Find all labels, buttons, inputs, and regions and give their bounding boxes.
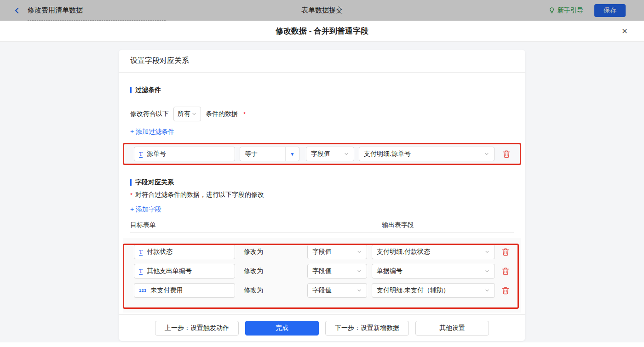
mapping-table-header: 目标表单 输出表字段 (130, 221, 514, 228)
page-title: 表单数据提交 (0, 6, 644, 15)
filter-value-type-select[interactable]: 字段值 (306, 147, 354, 161)
target-field-value: 付款状态 (147, 248, 172, 256)
output-field-value: 支付明细.付款状态 (377, 248, 430, 256)
delete-row-button[interactable] (501, 286, 510, 295)
target-field-input[interactable]: T 其他支出单编号 (134, 264, 235, 279)
add-filter-condition-link[interactable]: + 添加过滤条件 (130, 128, 174, 135)
text-field-icon: T (139, 151, 143, 158)
chevron-down-icon (356, 249, 362, 255)
target-field-input[interactable]: 123 未支付费用 (134, 283, 235, 298)
column-target-form: 目标表单 (130, 221, 156, 228)
dialog-header: 修改数据 - 合并到普通字段 × (0, 21, 644, 42)
required-mark: * (243, 111, 246, 118)
table-header-divider (130, 232, 514, 233)
mapping-note: * 对符合过滤条件的数据，进行以下字段的修改 (130, 191, 514, 199)
delete-row-button[interactable] (501, 267, 510, 275)
mapping-section-title: 字段对应关系 (130, 179, 514, 186)
dialog-title: 修改数据 - 合并到普通字段 (276, 26, 368, 36)
filter-field-input[interactable]: T 源单号 (134, 147, 235, 161)
filter-field-value: 源单号 (147, 150, 166, 158)
section-accent-bar (130, 87, 132, 93)
column-output-field: 输出表字段 (382, 221, 414, 229)
save-button[interactable]: 保存 (594, 4, 626, 17)
text-field-icon: T (139, 268, 143, 275)
output-field-select[interactable]: 支付明细.付款状态 (372, 245, 495, 259)
match-prefix-label: 修改符合以下 (130, 110, 169, 118)
filter-section-title: 过滤条件 (130, 86, 514, 94)
value-type: 字段值 (312, 286, 332, 295)
modify-label: 修改为 (244, 286, 263, 295)
output-field-value: 支付明细.未支付（辅助） (377, 286, 449, 295)
other-settings-button[interactable]: 其他设置 (415, 321, 489, 336)
mapping-row: T 付款状态 修改为 字段值 支付明细.付款状态 (123, 245, 521, 259)
match-mode-value: 所有 (178, 110, 190, 118)
chevron-down-icon (484, 288, 490, 293)
topbar: 修改费用清单数据 表单数据提交 新手引导 保存 (0, 0, 644, 21)
match-suffix-label: 条件的数据 (206, 110, 238, 118)
modify-label: 修改为 (244, 248, 263, 256)
filter-value-type: 字段值 (311, 150, 330, 158)
operator-select[interactable]: 等于 ▼ (240, 147, 299, 161)
chevron-down-icon (484, 268, 490, 274)
prev-step-button[interactable]: 上一步：设置触发动作 (155, 321, 239, 336)
close-icon[interactable]: × (618, 25, 631, 38)
value-type: 字段值 (312, 248, 332, 256)
delete-row-button[interactable] (501, 248, 510, 256)
match-condition-row: 修改符合以下 所有 条件的数据 * (130, 107, 514, 121)
chevron-down-icon (191, 111, 197, 117)
text-field-icon: T (139, 249, 143, 256)
dialog-footer: 上一步：设置触发动作 完成 下一步：设置新增数据 其他设置 (119, 314, 525, 341)
modify-label: 修改为 (244, 267, 263, 275)
beginner-guide-link[interactable]: 新手引导 (548, 6, 583, 15)
match-mode-select[interactable]: 所有 (173, 107, 201, 121)
target-field-value: 未支付费用 (151, 286, 183, 295)
bottom-strip (0, 342, 644, 347)
delete-condition-button[interactable] (502, 150, 511, 158)
filter-value-select[interactable]: 支付明细.源单号 (359, 147, 494, 161)
required-mark: * (130, 192, 132, 199)
mapping-card: 设置字段对应关系 过滤条件 修改符合以下 所有 条件的数据 * + 添加过滤条件… (119, 50, 525, 341)
chevron-down-icon (356, 268, 362, 274)
output-field-select[interactable]: 支付明细.未支付（辅助） (372, 283, 495, 298)
chevron-down-icon (344, 151, 349, 157)
mapping-rows: T 付款状态 修改为 字段值 支付明细.付款状态 (123, 238, 521, 313)
target-field-input[interactable]: T 付款状态 (134, 245, 235, 259)
filter-condition-box: T 源单号 等于 ▼ 字段值 支付明细.源单号 (123, 143, 521, 165)
output-field-value: 单据编号 (377, 267, 402, 275)
chevron-down-icon (484, 151, 489, 157)
lightbulb-icon (548, 7, 555, 14)
caret-down-icon: ▼ (285, 147, 299, 161)
mapping-note-text: 对符合过滤条件的数据，进行以下字段的修改 (135, 191, 264, 199)
output-field-select[interactable]: 单据编号 (372, 264, 495, 279)
card-title: 设置字段对应关系 (119, 50, 525, 73)
value-type-select[interactable]: 字段值 (307, 245, 367, 259)
value-type-select[interactable]: 字段值 (307, 264, 367, 279)
value-type: 字段值 (312, 267, 332, 275)
chevron-down-icon (484, 249, 490, 255)
operator-value: 等于 (240, 150, 285, 158)
dialog-body: 设置字段对应关系 过滤条件 修改符合以下 所有 条件的数据 * + 添加过滤条件… (0, 42, 644, 342)
section-accent-bar (130, 179, 132, 186)
mapping-row: 123 未支付费用 修改为 字段值 支付明细.未支付（辅助） (123, 283, 521, 298)
value-type-select[interactable]: 字段值 (307, 283, 367, 298)
add-field-link[interactable]: + 添加字段 (130, 205, 161, 213)
done-button[interactable]: 完成 (245, 321, 319, 336)
next-step-button[interactable]: 下一步：设置新增数据 (325, 321, 409, 336)
chevron-down-icon (356, 288, 362, 293)
filter-value: 支付明细.源单号 (364, 150, 411, 158)
mapping-row: T 其他支出单编号 修改为 字段值 单据编号 (123, 264, 521, 279)
number-field-icon: 123 (139, 289, 147, 293)
guide-label: 新手引导 (558, 6, 583, 15)
target-field-value: 其他支出单编号 (147, 267, 192, 275)
